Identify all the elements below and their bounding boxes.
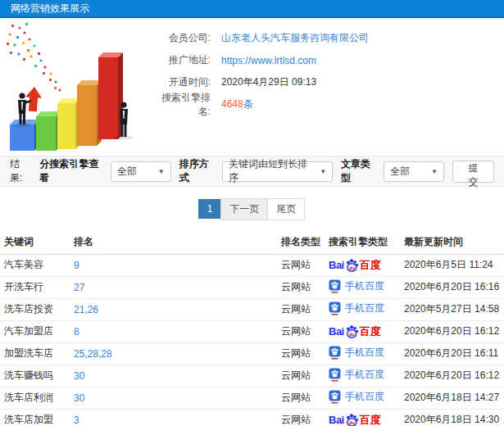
rank-type-cell: 云网站 [281,276,329,298]
baidu-mobile-label: 手机百度 [345,368,384,382]
top-section: 会员公司:山东老人头汽车服务咨询有限公司推广地址:https://www.lrt… [0,18,504,156]
engine-cell: 手机百度 [329,365,404,387]
chevron-down-icon: ▼ [320,168,326,175]
info-value[interactable]: 山东老人头汽车服务咨询有限公司 [221,31,369,45]
marketing-illustration [0,18,152,156]
updated-time-cell: 2020年6月20日 16:12 [404,320,504,342]
svg-text:du: du [348,420,355,425]
baidu-logo: Baidu百度 [329,258,381,273]
updated-time-cell: 2020年6月18日 14:27 [404,387,504,409]
page-header: 网络营销效果展示 [0,0,504,18]
updated-time-cell: 2020年6月18日 14:30 [404,409,504,426]
keyword-cell: 汽车加盟店 [0,320,74,342]
updated-time-cell: 2020年6月20日 16:11 [404,342,504,365]
rank-cell[interactable]: 25,28,28 [74,342,281,365]
info-label: 会员公司: [152,31,211,45]
rank-type-cell: 云网站 [281,365,329,387]
baidu-logo-bai: Bai [329,414,344,426]
baidu-logo-cn: 百度 [360,413,381,426]
column-header-3: 排名类型 [281,230,329,254]
engine-cell: Baidu百度 [329,320,404,342]
table-row: 洗车店加盟3云网站Baidu百度2020年6月18日 14:30 [0,409,504,426]
rank-type-cell: 云网站 [281,298,329,320]
page: 网络营销效果展示 [0,0,504,426]
baidu-logo-cn: 百度 [360,258,381,273]
engine-cell: 手机百度 [329,298,404,320]
last-page-button[interactable]: 尾页 [267,198,305,220]
column-header-2: 排名 [74,230,281,254]
ranking-count: 4648 [221,98,243,110]
table-row: 洗车赚钱吗30云网站手机百度2020年6月20日 16:12 [0,365,504,387]
pagination: 1下一页尾页 [0,187,504,230]
rank-cell[interactable]: 30 [74,387,281,409]
rank-type-cell: 云网站 [281,320,329,342]
info-value[interactable]: https://www.lrtlsd.com [221,55,316,66]
keyword-cell: 加盟洗车店 [0,342,74,365]
baidu-mobile-badge: 手机百度 [329,368,384,382]
rank-cell[interactable]: 30 [74,365,281,387]
baidu-mobile-icon [329,301,341,315]
baidu-mobile-icon [329,346,341,360]
baidu-mobile-badge: 手机百度 [329,346,384,360]
baidu-logo-bai: Bai [329,325,344,338]
keyword-cell: 洗车店投资 [0,298,74,320]
article-type-label: 文章类型 [341,157,379,185]
table-row: 洗车店投资21,26云网站手机百度2020年5月27日 14:58 [0,298,504,320]
info-value: 4648条 [221,97,253,111]
rank-type-cell: 云网站 [281,254,329,276]
updated-time-cell: 2020年6月5日 11:24 [404,254,504,276]
baidu-logo: Baidu百度 [329,324,381,339]
keyword-cell: 洗车赚钱吗 [0,365,74,387]
engine-filter-label: 分搜索引擎查看 [39,157,106,185]
rank-cell[interactable]: 27 [74,276,281,298]
keyword-cell: 洗车店利润 [0,387,74,409]
table-row: 汽车加盟店8云网站Baidu百度2020年6月20日 16:12 [0,320,504,342]
baidu-logo-cn: 百度 [360,324,381,339]
baidu-mobile-badge: 手机百度 [329,279,384,293]
table-row: 洗车店利润30云网站手机百度2020年6月18日 14:27 [0,387,504,409]
bar-chart-illustration [0,18,152,156]
article-type-select[interactable]: 全部 ▼ [384,161,444,182]
ranking-count-unit: 条 [243,98,253,110]
info-value: 2020年4月29日 09:13 [221,75,316,89]
info-row: 会员公司:山东老人头汽车服务咨询有限公司 [152,27,504,49]
engine-cell: 手机百度 [329,387,404,409]
baidu-mobile-icon [329,390,341,404]
table-row: 开洗车行27云网站手机百度2020年6月20日 16:16 [0,276,504,298]
engine-cell: 手机百度 [329,276,404,298]
column-header-5: 最新更新时间 [404,230,504,254]
chevron-down-icon: ▼ [431,168,438,175]
keyword-cell: 汽车美容 [0,254,74,276]
rank-cell[interactable]: 21,26 [74,298,281,320]
baidu-mobile-label: 手机百度 [345,301,384,315]
rank-cell[interactable]: 8 [74,320,281,342]
rank-cell[interactable]: 9 [74,254,281,276]
updated-time-cell: 2020年6月20日 16:12 [404,365,504,387]
sort-select[interactable]: 关键词由短到长排序 ▼ [222,161,333,182]
table-row: 加盟洗车店25,28,28云网站手机百度2020年6月20日 16:11 [0,342,504,365]
rank-cell[interactable]: 3 [74,409,281,426]
info-label: 开通时间: [152,75,211,89]
page-1-button[interactable]: 1 [198,199,222,219]
baidu-mobile-label: 手机百度 [345,279,384,293]
keyword-cell: 开洗车行 [0,276,74,298]
engine-filter-select[interactable]: 全部 ▼ [111,161,171,182]
filter-bar: 结果: 分搜索引擎查看 全部 ▼ 排序方式 关键词由短到长排序 ▼ 文章类型 全… [0,156,504,187]
table-header-row: 关键词排名排名类型搜索引擎类型最新更新时间 [0,230,504,254]
chevron-down-icon: ▼ [158,168,165,175]
svg-text:du: du [348,332,355,337]
rank-type-cell: 云网站 [281,409,329,426]
updated-time-cell: 2020年6月20日 16:16 [404,276,504,298]
column-header-1: 关键词 [0,230,74,254]
sort-label: 排序方式 [179,157,217,185]
rank-type-cell: 云网站 [281,342,329,365]
info-row: 推广地址:https://www.lrtlsd.com [152,49,504,71]
results-table: 关键词排名排名类型搜索引擎类型最新更新时间 汽车美容9云网站Baidu百度202… [0,230,504,426]
baidu-mobile-label: 手机百度 [345,346,384,360]
sort-value: 关键词由短到长排序 [229,157,313,185]
submit-button[interactable]: 提交 [452,161,494,183]
table-row: 汽车美容9云网站Baidu百度2020年6月5日 11:24 [0,254,504,276]
baidu-mobile-icon [329,279,341,293]
next-page-button[interactable]: 下一页 [220,198,268,220]
column-header-4: 搜索引擎类型 [329,230,404,254]
